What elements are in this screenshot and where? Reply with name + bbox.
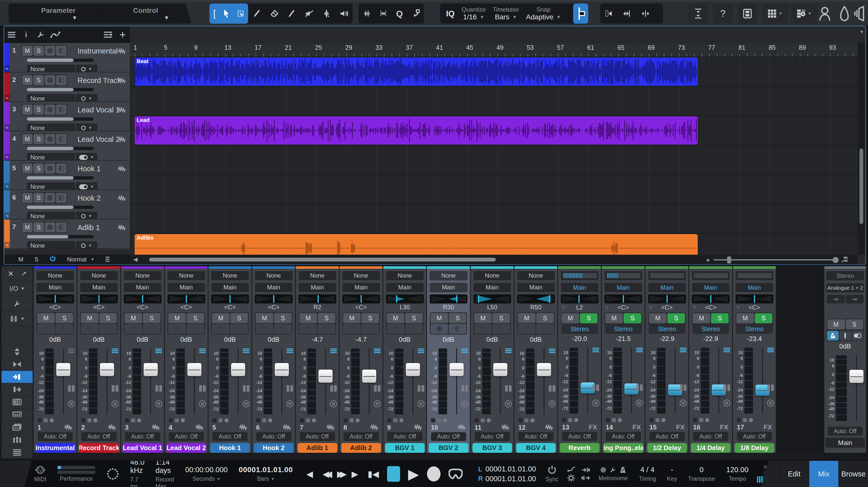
pan-value[interactable]: <C> [34, 304, 76, 311]
peak-right[interactable]: -∞ [846, 295, 864, 304]
monitor-button[interactable] [362, 324, 379, 334]
dual-pan-icon[interactable] [767, 384, 774, 391]
insert-slot[interactable]: None [80, 271, 118, 281]
arrow-tool-icon[interactable] [219, 4, 234, 23]
track-color-strip[interactable]: ∿ [4, 73, 10, 101]
close-icon[interactable]: ✕ [8, 269, 14, 278]
track-lane[interactable] [130, 86, 858, 116]
toggle-b[interactable] [87, 418, 91, 422]
channel-strip[interactable]: None Main <C> M S 0dB 1060-6-12-24-36-48… [121, 266, 164, 453]
track-volume-slider[interactable] [27, 59, 94, 62]
pan-value[interactable]: R2 [296, 304, 339, 311]
pan-value[interactable]: L50 [471, 304, 514, 311]
step-forward-button[interactable]: ▶ [350, 469, 360, 479]
link-icon[interactable] [330, 348, 337, 353]
channel-strip[interactable]: Main ▽<C> M S Stereo -22.9 1060-6-12-24-… [646, 266, 688, 453]
dual-pan-icon[interactable] [636, 384, 643, 391]
automation-button[interactable]: Auto: Off [125, 432, 160, 441]
scroll-up-icon[interactable]: ▼ [860, 29, 864, 35]
automation-toggle-icon[interactable]: ∿ [4, 242, 10, 249]
channel-name-label[interactable]: BGV 4 [516, 443, 556, 453]
cue-mix-icon[interactable] [199, 400, 206, 407]
gain-value[interactable]: -4.7 [296, 335, 339, 344]
track-row[interactable]: ∿ 7 M S Adlib 1 None ▼ [4, 220, 130, 249]
cue-mix-icon[interactable] [68, 400, 75, 407]
timestretch-icon[interactable] [375, 4, 391, 23]
dual-pan-icon[interactable] [112, 385, 118, 392]
track-name[interactable]: Hook 1 [78, 165, 101, 173]
cue-mix-icon[interactable] [461, 400, 468, 407]
track-volume-slider[interactable] [27, 88, 94, 91]
key-display[interactable]: - Key [667, 466, 677, 482]
toggle-c[interactable] [355, 418, 360, 422]
monitor-button[interactable] [318, 324, 335, 334]
mute-button[interactable]: M [125, 313, 142, 323]
paint-tool-icon[interactable] [283, 4, 300, 23]
monitor-button[interactable] [449, 324, 466, 334]
monitor-button[interactable] [230, 324, 248, 334]
solo-button[interactable]: S [33, 193, 44, 203]
eraser-tool-icon[interactable] [266, 4, 283, 23]
record-arm-button[interactable] [387, 324, 404, 334]
track-volume-slider[interactable] [27, 147, 94, 150]
plugin-button[interactable] [839, 331, 851, 340]
quantize-q-icon[interactable]: Q [391, 4, 408, 23]
view-browse-button[interactable]: Browse [838, 461, 868, 487]
fader-track[interactable] [849, 355, 864, 421]
insert-slot[interactable]: None [211, 271, 249, 281]
cue-mix-icon[interactable] [767, 400, 774, 406]
channel-strip[interactable]: None Main R50 M S 0dB 1060-6-12-24-36-48… [515, 266, 557, 453]
channel-strip[interactable]: None Main L50 M S 0dB 1060-6-12-24-36-48… [471, 266, 514, 453]
cue-mix-icon[interactable] [243, 400, 250, 407]
mute-button[interactable]: M [256, 313, 273, 323]
toggle-c[interactable] [93, 418, 97, 422]
automation-button[interactable]: Auto: Off [431, 432, 466, 441]
solo-button[interactable]: S [230, 313, 248, 323]
output-slot[interactable]: Main [342, 283, 380, 292]
track-lane[interactable] [130, 204, 858, 234]
gain-value[interactable]: 0dB [427, 335, 470, 344]
cue-mix-icon[interactable] [417, 400, 425, 407]
automation-button[interactable]: Auto: Off [475, 432, 510, 441]
pan-value[interactable]: R30 [427, 304, 470, 311]
automation-button[interactable]: Auto: Off [693, 432, 728, 441]
output-slot[interactable]: Main [80, 283, 118, 292]
automation-toggle-icon[interactable]: ∿ [4, 65, 10, 72]
record-arm-button[interactable] [45, 222, 55, 232]
monitor-button[interactable] [56, 134, 67, 144]
record-arm-button[interactable] [518, 324, 535, 334]
insert-slot[interactable]: None [386, 271, 424, 281]
dual-pan-icon[interactable] [155, 385, 162, 392]
toggle-b[interactable] [306, 418, 310, 422]
timebase-select[interactable]: Timebase Bars▼ [493, 6, 519, 21]
solo-button[interactable]: S [33, 75, 44, 85]
dual-pan-icon[interactable] [505, 385, 512, 392]
insert-slot[interactable]: None [299, 271, 337, 281]
audio-event[interactable]: Lead [135, 116, 698, 145]
cue-mix-icon[interactable] [592, 400, 599, 406]
dual-pan-icon[interactable] [286, 385, 293, 392]
mono-stereo-toggle[interactable] [852, 331, 863, 340]
mute-button[interactable]: M [649, 313, 666, 323]
output-slot[interactable]: Main [255, 283, 293, 292]
toggle-c[interactable] [399, 418, 403, 422]
dual-pan-icon[interactable] [549, 385, 555, 392]
toggle-c[interactable] [137, 418, 141, 422]
track-tools-icon[interactable] [33, 27, 48, 42]
insert-slot[interactable]: None [342, 271, 380, 281]
track-row[interactable]: ∿ 2 M S Record Track None ▼ [4, 73, 130, 102]
channel-name-label[interactable]: Adlib 1 [298, 443, 337, 453]
mute-tool-icon[interactable] [300, 4, 318, 23]
toggle-a[interactable] [475, 418, 479, 422]
pan-control[interactable] [604, 294, 642, 304]
output-slot[interactable]: Main [430, 283, 468, 292]
transpose-display[interactable]: 0 Transpose [688, 466, 715, 482]
inspector-icon[interactable]: i [19, 27, 33, 42]
channel-strip[interactable]: Main ▽<C> M S Stereo -23.4 1060-6-12-24-… [733, 266, 776, 453]
snap-select[interactable]: Snap Adaptive▼ [526, 6, 561, 21]
gain-value[interactable]: -4.7 [340, 335, 382, 344]
channel-mode-label[interactable]: Stereo [649, 324, 685, 334]
user-profile-icon[interactable] [818, 3, 831, 24]
solo-button[interactable]: S [493, 313, 510, 323]
link-icon[interactable] [592, 348, 599, 352]
